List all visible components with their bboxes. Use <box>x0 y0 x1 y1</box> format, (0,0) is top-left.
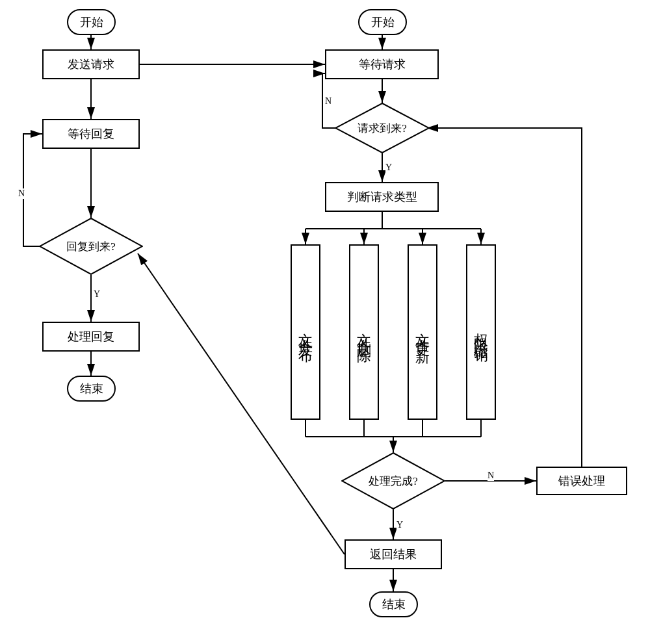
process-label: 等待回复 <box>68 126 114 142</box>
right-error-handle: 错误处理 <box>536 467 627 495</box>
flowchart-canvas: 开始 发送请求 等待回复 回复到来? 处理回复 结束 Y N 开始 等待请求 请… <box>0 0 650 644</box>
terminator-label: 开始 <box>371 14 395 30</box>
right-return-result: 返回结果 <box>344 539 442 569</box>
process-label: 判断请求类型 <box>347 189 417 205</box>
branch-perm-revoke: 权限撤销 <box>466 244 496 420</box>
right-end: 结束 <box>369 591 418 617</box>
branch-label: 文件删除 <box>354 322 374 342</box>
process-label: 处理回复 <box>68 329 114 344</box>
right-wait-request: 等待请求 <box>325 49 439 79</box>
decision-label: 回复到来? <box>66 239 116 254</box>
terminator-label: 开始 <box>80 14 103 30</box>
no-label: N <box>488 470 494 481</box>
right-judge-type: 判断请求类型 <box>325 182 439 212</box>
right-processing-done-decision: 处理完成? <box>341 452 445 509</box>
branch-file-delete: 文件删除 <box>349 244 379 420</box>
left-wait-reply: 等待回复 <box>42 119 140 149</box>
left-send-request: 发送请求 <box>42 49 140 79</box>
process-label: 发送请求 <box>68 57 114 72</box>
yes-label: Y <box>94 289 100 300</box>
terminator-label: 结束 <box>80 381 103 396</box>
process-label: 返回结果 <box>370 547 417 562</box>
left-reply-arrived-decision: 回复到来? <box>39 218 143 275</box>
decision-label: 处理完成? <box>369 474 418 489</box>
branch-label: 文件更新 <box>413 322 432 342</box>
left-process-reply: 处理回复 <box>42 322 140 352</box>
branch-file-publish: 文件发布 <box>291 244 320 420</box>
terminator-label: 结束 <box>382 597 406 612</box>
left-end: 结束 <box>67 376 116 402</box>
no-label: N <box>325 96 332 107</box>
right-request-arrived-decision: 请求到来? <box>335 103 430 153</box>
yes-label: Y <box>385 162 392 173</box>
yes-label: Y <box>396 520 403 530</box>
decision-label: 请求到来? <box>358 121 407 136</box>
branch-label: 权限撤销 <box>471 322 491 342</box>
no-label: N <box>18 188 25 199</box>
branch-file-update: 文件更新 <box>408 244 437 420</box>
branch-label: 文件发布 <box>296 322 315 342</box>
left-start: 开始 <box>67 9 116 35</box>
process-label: 错误处理 <box>558 473 605 489</box>
process-label: 等待请求 <box>359 57 406 72</box>
right-start: 开始 <box>358 9 407 35</box>
